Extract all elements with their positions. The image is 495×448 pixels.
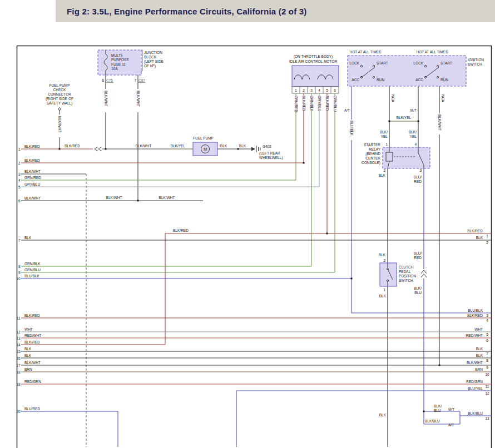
- left-pin-20: 20: [16, 410, 21, 414]
- left-wire-label-17: BLK/WHT: [24, 361, 41, 365]
- right-pin-9: 9: [486, 366, 488, 370]
- ignition-pos-start: START: [377, 61, 388, 65]
- iac-wire-label: GRN/BLU: [333, 96, 337, 112]
- relay-pin-2: 2: [383, 168, 385, 172]
- left-wire-label-4: GRN/RED: [24, 176, 41, 180]
- iac-wire-label: BLK/RED: [325, 96, 329, 111]
- wire-label-blkblu: BLK/: [414, 286, 422, 290]
- right-pin-7: 7: [486, 352, 488, 356]
- motor-letter: M: [204, 147, 207, 152]
- clutch-switch-label: POSITION: [399, 274, 416, 278]
- left-pin-2: 2: [18, 161, 21, 165]
- right-pin-8: 8: [486, 359, 488, 362]
- check-connector-label: FUEL PUMP: [50, 83, 70, 87]
- fuse-label: 10A: [111, 67, 118, 71]
- check-connector-label: (RIGHT SIDE OF: [46, 97, 73, 101]
- right-wire-label-8: BLK: [476, 354, 483, 357]
- left-wire-label-1: BLK/RED: [24, 145, 40, 148]
- ignition-pos-lock: LOCK: [413, 61, 423, 65]
- connector-link-c87[interactable]: C87: [138, 78, 145, 82]
- iac-wire-label: BLK/RED: [302, 96, 306, 111]
- ignition-pos-acc: ACC: [415, 78, 423, 82]
- left-pin-13: 13: [16, 336, 21, 340]
- ignition-pos-run: RUN: [440, 78, 448, 82]
- fuse-label: PURPOSE: [111, 58, 129, 62]
- right-wire-label-7: BLK: [476, 347, 483, 351]
- right-pin-12: 12: [485, 391, 489, 395]
- fuel-pump-label: FUEL PUMP: [193, 136, 214, 140]
- left-pin-18: 18: [16, 370, 21, 374]
- wire-label-blk: BLK: [379, 294, 387, 298]
- wire-label-blkyel: YEL: [381, 135, 388, 138]
- right-wire-label-1: BLK/RED: [467, 229, 483, 233]
- left-pin-10: 10: [16, 277, 21, 281]
- left-pin-7: 7: [18, 238, 21, 242]
- right-wire-label-3: BLU/BLK: [468, 308, 483, 312]
- iac-pin-4: 4: [318, 88, 320, 92]
- iac-pin-5: 5: [326, 88, 328, 92]
- left-wire-label-16: BLK: [24, 354, 32, 357]
- wire-label-blkyel: BLK/: [380, 130, 388, 134]
- left-pin-1: 1: [18, 147, 21, 151]
- left-pin-12: 12: [16, 330, 21, 334]
- wire-label-blkyel: BLK/: [409, 130, 417, 134]
- right-pin-11: 11: [486, 385, 489, 389]
- clutch-switch-label: CLUTCH: [399, 265, 414, 269]
- hot-at-all-times-label: HOT AT ALL TIMES: [349, 50, 382, 54]
- right-pin-2: 2: [486, 241, 488, 245]
- junction-dot: [423, 410, 425, 412]
- left-pin-6: 6: [18, 199, 21, 203]
- starter-relay-label: RELAY: [369, 147, 380, 151]
- connector-link-c76[interactable]: C76: [106, 78, 113, 82]
- left-wire-label-8: GRN/BLK: [24, 262, 41, 266]
- wire-label-blkwht: BLK/WHT: [104, 91, 108, 107]
- left-pin-3: 3: [18, 172, 21, 176]
- mt-variant-label: M/T: [410, 108, 417, 112]
- right-wire-label-12: BLU/YEL: [468, 386, 483, 390]
- ground-name: G402: [263, 145, 271, 148]
- iac-pin-2: 2: [303, 88, 305, 92]
- left-wire-label-13: RED/WHT: [24, 333, 41, 337]
- left-pin-14: 14: [16, 343, 21, 347]
- right-wire-label-6: RED/WHT: [466, 333, 483, 337]
- right-pin-5: 5: [486, 332, 488, 336]
- right-pin-13: 13: [485, 416, 489, 420]
- clutch-switch-label: PEDAL: [399, 270, 411, 273]
- junction-dot: [350, 277, 353, 280]
- left-wire-label-5: GRY/BLU: [24, 182, 41, 186]
- wire-label-blkblu: BLU: [434, 409, 441, 412]
- wire-label-blkwht: BLK/WHT: [136, 91, 140, 107]
- left-pin-5: 5: [18, 185, 21, 189]
- junction-block-label: JUNCTION: [144, 51, 162, 54]
- junction-block-label: BLOCK: [144, 55, 157, 59]
- wire-label-blkred: BLK/RED: [173, 228, 189, 232]
- right-wire-label-13: BLK/BLU: [468, 411, 483, 415]
- right-pin-3: 3: [486, 313, 488, 317]
- at-variant-label: A/T: [344, 108, 350, 112]
- iac-pin-1: 1: [295, 88, 297, 92]
- junction-block-label: OF I/P): [144, 64, 156, 68]
- junction-dot: [237, 148, 239, 150]
- left-pin-11: 11: [17, 316, 21, 320]
- fuse-label: FUSE 11: [111, 62, 126, 66]
- starter-relay-label: (BEHIND: [365, 152, 380, 156]
- ignition-pos-acc: ACC: [352, 78, 359, 82]
- page: Fig 2: 3.5L, Engine Performance Circuits…: [0, 0, 495, 448]
- wire-seg-label: BLK/WHT: [136, 144, 152, 148]
- wire-label-blkblu: BLU: [414, 291, 422, 295]
- clutch-pin-1: 1: [383, 288, 385, 292]
- iac-location: (ON THROTTLE BODY): [294, 54, 333, 59]
- left-pin-4: 4: [18, 178, 21, 182]
- right-pin-10: 10: [485, 372, 489, 376]
- relay-pin-1: 1: [385, 142, 388, 146]
- left-wire-label-12: WHT: [24, 327, 33, 331]
- clutch-switch-label: SWITCH: [399, 278, 413, 282]
- left-pin-8: 8: [18, 265, 21, 268]
- left-wire-label-19: RED/GRN: [24, 380, 41, 384]
- fuse-pin-7: 7: [134, 78, 136, 82]
- left-wire-label-10: BLU/BLK: [24, 274, 39, 278]
- fuse-pin-6: 6: [102, 78, 104, 82]
- wiring-diagram: MULTI- PURPOSE FUSE 11 10A JUNCTION BLOC…: [0, 0, 495, 448]
- check-connector-label: CONNECTOR: [48, 92, 71, 96]
- wire-label-blkblu: BLK/: [434, 404, 442, 408]
